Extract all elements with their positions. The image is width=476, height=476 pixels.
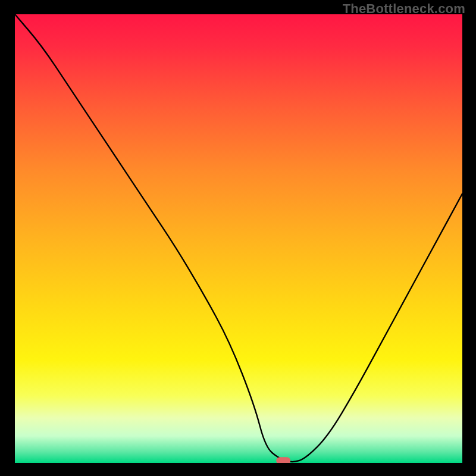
plot-background (15, 14, 462, 463)
sweet-spot-marker (276, 457, 290, 463)
bottleneck-chart (15, 14, 462, 463)
chart-frame: TheBottleneck.com (0, 0, 476, 476)
